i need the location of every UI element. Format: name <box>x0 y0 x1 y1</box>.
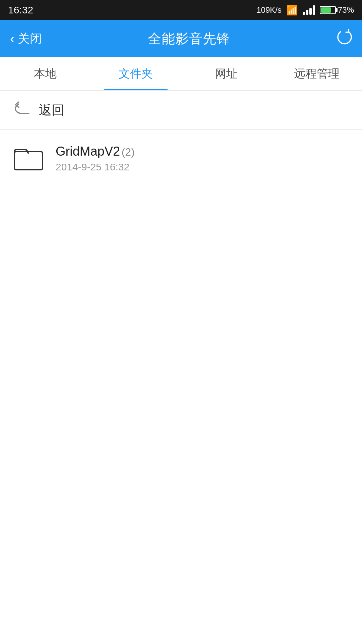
folder-icon-wrap <box>13 143 44 173</box>
battery-wrapper: 73% <box>320 5 354 15</box>
refresh-button[interactable] <box>336 29 352 48</box>
network-speed: 109K/s <box>256 5 282 15</box>
tab-remote-label: 远程管理 <box>294 66 340 82</box>
back-row[interactable]: 返回 <box>0 91 362 129</box>
back-chevron-icon: ‹ <box>10 31 14 46</box>
back-arrow-icon <box>13 101 31 119</box>
list-item[interactable]: GridMapV2 (2) 2014-9-25 16:32 <box>0 133 362 183</box>
tab-bar: 本地 文件夹 网址 远程管理 <box>0 57 362 91</box>
tab-folder[interactable]: 文件夹 <box>90 57 181 90</box>
wifi-icon: 📶 <box>286 5 298 16</box>
svg-rect-0 <box>14 152 43 170</box>
refresh-icon <box>336 29 352 45</box>
app-bar: ‹ 关闭 全能影音先锋 <box>0 20 362 57</box>
folder-icon <box>14 145 43 172</box>
tab-url-label: 网址 <box>215 66 238 82</box>
file-count: (2) <box>122 146 135 158</box>
status-time: 16:32 <box>8 4 33 16</box>
file-name: GridMapV2 <box>56 144 120 158</box>
file-info: GridMapV2 (2) 2014-9-25 16:32 <box>56 144 135 173</box>
tab-remote[interactable]: 远程管理 <box>272 57 362 90</box>
status-bar: 16:32 109K/s 📶 73% <box>0 0 362 20</box>
back-button[interactable]: ‹ 关闭 <box>10 31 42 47</box>
tab-folder-label: 文件夹 <box>119 66 153 82</box>
tab-local-label: 本地 <box>34 66 57 82</box>
tab-url[interactable]: 网址 <box>181 57 272 90</box>
back-row-label: 返回 <box>39 102 64 119</box>
battery-fill <box>321 7 331 13</box>
tab-local[interactable]: 本地 <box>0 57 90 90</box>
file-list: GridMapV2 (2) 2014-9-25 16:32 <box>0 130 362 187</box>
battery-icon <box>320 6 336 14</box>
signal-bars <box>303 5 315 15</box>
battery-percentage: 73% <box>338 5 354 15</box>
file-name-row: GridMapV2 (2) <box>56 144 135 159</box>
app-title: 全能影音先锋 <box>148 30 230 48</box>
file-date: 2014-9-25 16:32 <box>56 161 135 173</box>
status-right: 109K/s 📶 73% <box>256 5 354 16</box>
back-label: 关闭 <box>18 31 42 47</box>
